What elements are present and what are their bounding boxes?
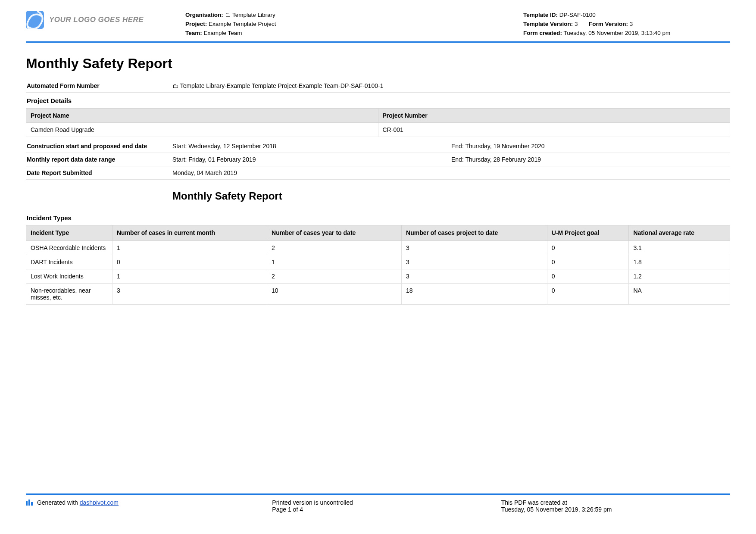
team-label: Team: bbox=[185, 30, 202, 36]
form-created-label: Form created: bbox=[523, 30, 562, 36]
incident-types-table: Incident Type Number of cases in current… bbox=[26, 225, 730, 305]
table-row: DART Incidents01301.8 bbox=[26, 255, 730, 269]
table-cell: 3 bbox=[112, 283, 267, 304]
page-header: YOUR LOGO GOES HERE Organisation: 🗀 Temp… bbox=[26, 11, 730, 43]
construction-dates-label: Construction start and proposed end date bbox=[26, 143, 172, 150]
table-cell: 0 bbox=[547, 255, 629, 269]
table-cell: 0 bbox=[547, 283, 629, 304]
table-row: OSHA Recordable Incidents12303.1 bbox=[26, 240, 730, 255]
logo-icon bbox=[26, 11, 44, 29]
date-submitted-label: Date Report Submitted bbox=[26, 169, 172, 176]
table-cell: 3 bbox=[402, 240, 547, 255]
template-version-value: 3 bbox=[575, 21, 578, 27]
logo-placeholder-text: YOUR LOGO GOES HERE bbox=[49, 16, 144, 24]
table-cell: 1.8 bbox=[629, 255, 730, 269]
construction-start-value: Start: Wednesday, 12 September 2018 bbox=[172, 143, 451, 150]
project-name-header: Project Name bbox=[26, 108, 378, 122]
table-cell: 0 bbox=[112, 255, 267, 269]
date-submitted-row: Date Report Submitted Monday, 04 March 2… bbox=[26, 166, 730, 180]
org-label: Organisation: bbox=[185, 12, 223, 18]
project-value: Example Template Project bbox=[209, 21, 276, 27]
table-cell: 3.1 bbox=[629, 240, 730, 255]
report-range-start: Start: Friday, 01 February 2019 bbox=[172, 156, 451, 163]
table-cell: 2 bbox=[267, 240, 402, 255]
table-cell: 1 bbox=[112, 240, 267, 255]
header-meta-right: Template ID: DP-SAF-0100 Template Versio… bbox=[523, 11, 730, 38]
col-cases-ytd: Number of cases year to date bbox=[267, 225, 402, 240]
form-version-label: Form Version: bbox=[589, 21, 628, 27]
col-cases-ptd: Number of cases project to date bbox=[402, 225, 547, 240]
form-number-value: 🗀 Template Library-Example Template Proj… bbox=[172, 82, 730, 89]
org-value: 🗀 Template Library bbox=[225, 12, 275, 18]
mid-section-title: Monthly Safety Report bbox=[172, 190, 730, 202]
form-created-value: Tuesday, 05 November 2019, 3:13:40 pm bbox=[564, 30, 671, 36]
table-cell: Lost Work Incidents bbox=[26, 269, 112, 283]
table-cell: 1 bbox=[112, 269, 267, 283]
template-id-value: DP-SAF-0100 bbox=[559, 12, 596, 18]
table-cell: 3 bbox=[402, 255, 547, 269]
construction-end-value: End: Thursday, 19 November 2020 bbox=[451, 143, 730, 150]
form-version-value: 3 bbox=[630, 21, 633, 27]
project-label: Project: bbox=[185, 21, 207, 27]
table-cell: NA bbox=[629, 283, 730, 304]
project-name-value: Camden Road Upgrade bbox=[26, 122, 378, 137]
table-cell: 3 bbox=[402, 269, 547, 283]
col-project-goal: U-M Project goal bbox=[547, 225, 629, 240]
logo-block: YOUR LOGO GOES HERE bbox=[26, 11, 185, 29]
project-details-table: Project Name Project Number Camden Road … bbox=[26, 108, 730, 137]
table-cell: 2 bbox=[267, 269, 402, 283]
col-incident-type: Incident Type bbox=[26, 225, 112, 240]
report-range-row: Monthly report data date range Start: Fr… bbox=[26, 153, 730, 166]
project-details-heading: Project Details bbox=[26, 93, 730, 108]
table-cell: 0 bbox=[547, 240, 629, 255]
template-id-label: Template ID: bbox=[523, 12, 558, 18]
table-row: Non-recordables, near misses, etc.310180… bbox=[26, 283, 730, 304]
col-cases-month: Number of cases in current month bbox=[112, 225, 267, 240]
table-cell: 0 bbox=[547, 269, 629, 283]
header-meta-left: Organisation: 🗀 Template Library Project… bbox=[185, 11, 523, 38]
project-number-value: CR-001 bbox=[378, 122, 730, 137]
table-cell: 1 bbox=[267, 255, 402, 269]
table-cell: Non-recordables, near misses, etc. bbox=[26, 283, 112, 304]
report-title: Monthly Safety Report bbox=[26, 56, 730, 72]
table-row: Camden Road Upgrade CR-001 bbox=[26, 122, 730, 137]
table-row: Lost Work Incidents12301.2 bbox=[26, 269, 730, 283]
table-cell: 18 bbox=[402, 283, 547, 304]
report-range-label: Monthly report data date range bbox=[26, 156, 172, 163]
table-cell: DART Incidents bbox=[26, 255, 112, 269]
col-national-avg: National average rate bbox=[629, 225, 730, 240]
table-cell: 10 bbox=[267, 283, 402, 304]
form-number-row: Automated Form Number 🗀 Template Library… bbox=[26, 79, 730, 93]
incident-types-heading: Incident Types bbox=[26, 210, 730, 225]
table-cell: OSHA Recordable Incidents bbox=[26, 240, 112, 255]
table-cell: 1.2 bbox=[629, 269, 730, 283]
project-number-header: Project Number bbox=[378, 108, 730, 122]
construction-dates-row: Construction start and proposed end date… bbox=[26, 140, 730, 153]
report-range-end: End: Thursday, 28 February 2019 bbox=[451, 156, 730, 163]
form-number-label: Automated Form Number bbox=[26, 82, 172, 89]
team-value: Example Team bbox=[204, 30, 242, 36]
template-version-label: Template Version: bbox=[523, 21, 573, 27]
date-submitted-value: Monday, 04 March 2019 bbox=[172, 169, 730, 176]
